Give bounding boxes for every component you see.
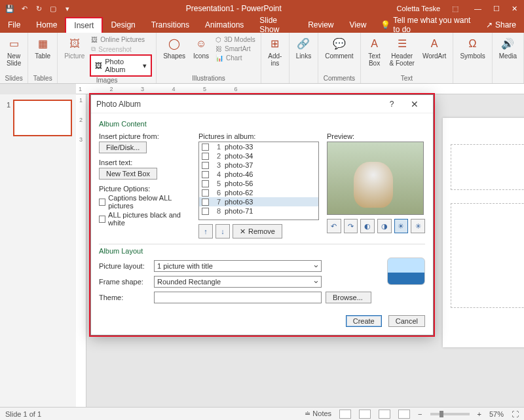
tab-animations[interactable]: Animations xyxy=(197,17,252,33)
fit-icon[interactable]: ⛶ xyxy=(512,410,519,418)
wordart-button[interactable]: AWordArt xyxy=(420,35,449,61)
list-item[interactable]: 7photo-63 xyxy=(199,197,318,206)
smartart-button[interactable]: ⛓SmartArt xyxy=(214,45,257,53)
shapes-icon: ◯ xyxy=(167,37,181,51)
list-item[interactable]: 5photo-56 xyxy=(199,179,318,188)
move-up-button[interactable]: ↑ xyxy=(198,224,213,239)
brightness-down-icon[interactable]: ✳ xyxy=(411,219,425,233)
checkbox-icon xyxy=(202,208,209,215)
new-text-box-button[interactable]: New Text Box xyxy=(99,168,157,180)
start-slideshow-icon[interactable]: ▢ xyxy=(48,4,58,13)
rotate-left-icon[interactable]: ↶ xyxy=(327,219,341,233)
browse-button[interactable]: Browse... xyxy=(326,292,371,303)
section-album-layout: Album Layout xyxy=(99,247,425,255)
remove-button[interactable]: ✕ Remove xyxy=(233,224,282,239)
tab-home[interactable]: Home xyxy=(28,17,65,33)
ruler-horizontal: 1 2 3 4 5 6 xyxy=(76,84,524,94)
symbols-button[interactable]: ΩSymbols xyxy=(457,35,487,61)
notes-button[interactable]: ≐ Notes xyxy=(305,410,331,418)
new-slide-button[interactable]: ▭New Slide xyxy=(4,35,24,68)
view-slideshow-icon[interactable] xyxy=(398,410,410,419)
maximize-icon[interactable]: ☐ xyxy=(493,5,500,13)
bw-checkbox[interactable]: ALL pictures black and white xyxy=(99,211,191,227)
header-footer-button[interactable]: ☰Header & Footer xyxy=(387,35,417,68)
textbox-button[interactable]: AText Box xyxy=(365,35,384,68)
tab-file[interactable]: File xyxy=(0,17,28,33)
zoom-out-icon[interactable]: − xyxy=(418,410,422,418)
tab-transitions[interactable]: Transitions xyxy=(143,17,197,33)
tab-slideshow[interactable]: Slide Show xyxy=(252,17,300,33)
online-pic-icon: 🖼 xyxy=(91,36,98,43)
list-item[interactable]: 4photo-46 xyxy=(199,170,318,179)
undo-icon[interactable]: ↶ xyxy=(20,4,29,13)
icons-button[interactable]: ☺Icons xyxy=(191,35,212,61)
shapes-button[interactable]: ◯Shapes xyxy=(160,35,188,61)
share-label[interactable]: Share xyxy=(495,20,516,29)
list-item[interactable]: 3photo-37 xyxy=(199,161,318,170)
brightness-up-icon[interactable]: ☀ xyxy=(394,219,409,233)
tab-view[interactable]: View xyxy=(342,17,375,33)
captions-checkbox[interactable]: Captions below ALL pictures xyxy=(99,194,191,210)
ribbon-options-icon[interactable]: ⬚ xyxy=(452,5,458,13)
list-item[interactable]: 2photo-34 xyxy=(199,151,318,161)
group-tables: Tables xyxy=(33,75,52,83)
chart-button[interactable]: 📊Chart xyxy=(214,54,257,62)
links-button[interactable]: 🔗Links xyxy=(293,35,314,61)
user-name[interactable]: Coletta Teske xyxy=(397,5,440,12)
minimize-icon[interactable]: — xyxy=(474,5,481,13)
table-button[interactable]: ▦Table xyxy=(32,35,53,61)
save-icon[interactable]: 💾 xyxy=(5,4,14,13)
theme-input[interactable] xyxy=(154,292,322,303)
addins-button[interactable]: ⊞Add- ins xyxy=(265,35,285,68)
dialog-close-icon[interactable]: ✕ xyxy=(402,99,428,109)
pictures-listbox[interactable]: 1photo-332photo-343photo-374photo-465pho… xyxy=(198,142,319,220)
list-item[interactable]: 8photo-71 xyxy=(199,206,318,216)
rotate-right-icon[interactable]: ↷ xyxy=(344,219,358,233)
zoom-level[interactable]: 57% xyxy=(489,410,504,418)
file-disk-button[interactable]: File/Disk... xyxy=(99,142,147,153)
ribbon: ▭New SlideSlides ▦TableTables 🖼Picture 🖼… xyxy=(0,33,524,84)
window-title: Presentation1 - PowerPoint xyxy=(77,4,390,13)
tab-review[interactable]: Review xyxy=(300,17,341,33)
move-down-button[interactable]: ↓ xyxy=(215,224,230,239)
3d-models-button[interactable]: ⬡3D Models xyxy=(214,35,257,44)
zoom-in-icon[interactable]: + xyxy=(477,410,481,418)
online-pictures-button[interactable]: 🖼Online Pictures xyxy=(90,35,152,44)
tell-me[interactable]: Tell me what you want to do xyxy=(393,16,472,34)
photo-album-button[interactable]: 🖼Photo Album▾ xyxy=(90,54,152,77)
contrast-up-icon[interactable]: ◐ xyxy=(360,219,375,233)
create-button[interactable]: Create xyxy=(346,315,382,327)
screenshot-button[interactable]: ⧉Screenshot xyxy=(90,45,152,54)
view-reading-icon[interactable] xyxy=(379,410,390,419)
textbox-icon: A xyxy=(367,37,382,51)
pictures-button[interactable]: 🖼Picture xyxy=(62,35,87,61)
title-placeholder[interactable] xyxy=(451,144,524,190)
slide[interactable] xyxy=(443,118,524,347)
header-icon: ☰ xyxy=(395,37,409,51)
checkbox-icon xyxy=(202,143,209,151)
cancel-button[interactable]: Cancel xyxy=(388,315,425,327)
media-button[interactable]: 🔊Media xyxy=(496,35,519,61)
group-comments: Comments xyxy=(324,75,355,83)
body-placeholder[interactable] xyxy=(451,203,524,308)
zoom-slider[interactable] xyxy=(430,413,470,415)
tab-design[interactable]: Design xyxy=(103,17,143,33)
thumb-number: 1 xyxy=(7,101,10,109)
comment-button[interactable]: 💬Comment xyxy=(322,35,356,61)
qat-more-icon[interactable]: ▾ xyxy=(63,4,72,13)
help-icon[interactable]: ? xyxy=(382,100,402,109)
list-item[interactable]: 1photo-33 xyxy=(199,142,318,151)
tab-insert[interactable]: Insert xyxy=(65,17,103,33)
frame-shape-combo[interactable]: Rounded Rectangle xyxy=(154,276,322,288)
picture-layout-combo[interactable]: 1 picture with title xyxy=(154,260,322,272)
list-item[interactable]: 6photo-62 xyxy=(199,188,318,197)
close-icon[interactable]: ✕ xyxy=(512,5,517,13)
new-slide-label: New Slide xyxy=(7,52,21,67)
cube-icon: ⬡ xyxy=(215,36,221,43)
view-sorter-icon[interactable] xyxy=(359,410,371,419)
slide-thumbnail-1[interactable] xyxy=(13,100,72,136)
redo-icon[interactable]: ↻ xyxy=(34,4,43,13)
view-normal-icon[interactable] xyxy=(339,410,351,419)
contrast-down-icon[interactable]: ◑ xyxy=(377,219,392,233)
titlebar: 💾 ↶ ↻ ▢ ▾ Presentation1 - PowerPoint Col… xyxy=(0,0,524,17)
